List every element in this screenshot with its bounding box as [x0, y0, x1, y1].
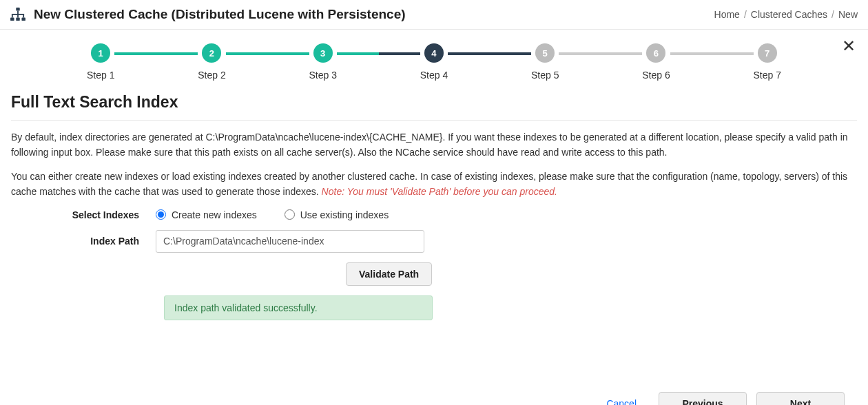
wizard-stepper: 1 Step 1 2 Step 2 3 Step 3 4 Step 4 5 St…: [11, 43, 857, 81]
validate-path-button[interactable]: Validate Path: [346, 262, 432, 286]
validation-success-message: Index path validated successfully.: [164, 295, 433, 320]
use-existing-indexes-radio[interactable]: Use existing indexes: [285, 209, 389, 220]
step-1[interactable]: 1 Step 1: [87, 43, 114, 81]
validate-note: Note: You must 'Validate Path' before yo…: [322, 186, 557, 197]
breadcrumb-new: New: [838, 9, 858, 20]
breadcrumb: Home / Clustered Caches / New: [714, 9, 858, 20]
page-header: New Clustered Cache (Distributed Lucene …: [0, 0, 868, 30]
previous-button[interactable]: Previous: [659, 392, 747, 405]
step-7[interactable]: 7 Step 7: [754, 43, 781, 81]
svg-rect-8: [23, 14, 24, 18]
description-paragraph-1: By default, index directories are genera…: [11, 130, 857, 160]
divider: [11, 120, 857, 121]
select-indexes-label: Select Indexes: [11, 209, 156, 220]
svg-rect-7: [17, 14, 19, 18]
step-2[interactable]: 2 Step 2: [198, 43, 225, 81]
wizard-footer: Cancel Previous Next: [11, 382, 857, 405]
create-new-indexes-radio[interactable]: Create new indexes: [156, 209, 257, 220]
step-4[interactable]: 4 Step 4: [420, 43, 448, 81]
description-paragraph-2: You can either create new indexes or loa…: [11, 169, 857, 199]
index-path-label: Index Path: [11, 236, 156, 247]
breadcrumb-clustered-caches[interactable]: Clustered Caches: [751, 9, 827, 20]
step-5[interactable]: 5 Step 5: [531, 43, 559, 81]
breadcrumb-home[interactable]: Home: [714, 9, 740, 20]
next-button[interactable]: Next: [756, 392, 845, 405]
cancel-link[interactable]: Cancel: [606, 398, 637, 405]
svg-rect-0: [16, 8, 19, 11]
index-path-input[interactable]: [156, 230, 424, 253]
page-title: New Clustered Cache (Distributed Lucene …: [34, 7, 406, 22]
close-icon[interactable]: ✕: [842, 38, 856, 54]
step-3[interactable]: 3 Step 3: [309, 43, 337, 81]
svg-rect-2: [16, 18, 19, 21]
svg-rect-3: [21, 18, 25, 21]
section-title: Full Text Search Index: [11, 93, 857, 112]
svg-rect-1: [10, 18, 14, 21]
svg-rect-6: [12, 14, 13, 18]
cluster-hierarchy-icon: [10, 8, 25, 21]
step-6[interactable]: 6 Step 6: [642, 43, 670, 81]
